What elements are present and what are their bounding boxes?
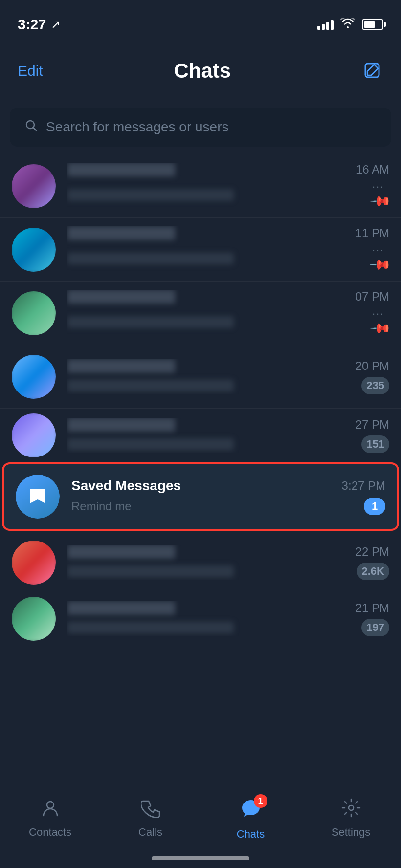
list-item[interactable]: 21 PM 197 [0, 594, 401, 643]
signal-bar-3 [326, 22, 329, 30]
wifi-icon [340, 18, 355, 31]
chat-name [67, 226, 175, 240]
tab-chats-label: Chats [237, 828, 265, 841]
tab-calls-label: Calls [138, 826, 162, 839]
edit-button[interactable]: Edit [18, 63, 43, 79]
search-icon [24, 119, 38, 136]
chat-preview [67, 622, 234, 633]
contacts-icon [41, 798, 60, 822]
list-item[interactable]: 27 PM 151 [0, 409, 401, 462]
avatar [12, 413, 56, 457]
avatar [12, 228, 56, 272]
chat-time: 11 PM [356, 226, 389, 240]
chat-content: 11 PM ··· 📌 [67, 226, 389, 273]
chat-preview [67, 380, 234, 391]
chat-content: 16 AM ··· 📌 [67, 163, 389, 209]
saved-messages-avatar [16, 475, 60, 519]
chat-content: 22 PM 2.6K [67, 545, 389, 580]
page-title: Chats [174, 59, 231, 83]
chat-time: 22 PM [356, 545, 389, 559]
battery-fill [364, 21, 375, 28]
location-icon: ↗ [51, 18, 61, 31]
calls-icon [141, 798, 160, 822]
chat-preview [67, 438, 234, 450]
unread-badge: 2.6K [357, 563, 389, 580]
chat-content: Saved Messages 3:27 PM Remind me 1 [71, 478, 385, 515]
chat-content: 27 PM 151 [67, 418, 389, 453]
chat-preview [67, 253, 234, 264]
chat-content: 07 PM ··· 📌 [67, 290, 389, 336]
chat-name [67, 290, 175, 304]
chat-content: 21 PM 197 [67, 601, 389, 636]
chats-tab-badge: 1 [254, 794, 267, 808]
home-indicator [152, 856, 249, 860]
chat-time: 20 PM [356, 359, 389, 373]
chat-content: 20 PM 235 [67, 359, 389, 394]
tab-settings-label: Settings [332, 826, 371, 839]
svg-point-3 [349, 805, 354, 810]
tab-chats[interactable]: 1 Chats [200, 798, 301, 841]
svg-point-2 [47, 802, 54, 808]
avatar [12, 541, 56, 585]
chat-name [67, 418, 175, 432]
status-time: 3:27 [18, 16, 46, 33]
chat-time: 21 PM [356, 601, 389, 615]
list-item[interactable]: 11 PM ··· 📌 [0, 218, 401, 282]
saved-messages-item[interactable]: Saved Messages 3:27 PM Remind me 1 [2, 462, 399, 531]
list-item[interactable]: 07 PM ··· 📌 [0, 282, 401, 345]
status-icons [317, 18, 383, 31]
signal-bar-2 [322, 24, 325, 30]
avatar [12, 597, 56, 641]
list-item[interactable]: 20 PM 235 [0, 345, 401, 409]
tab-contacts[interactable]: Contacts [0, 798, 100, 839]
chat-preview [67, 189, 234, 201]
avatar [12, 355, 56, 399]
chat-time: 3:27 PM [342, 479, 385, 493]
search-bar[interactable]: Search for messages or users [10, 108, 391, 147]
battery-icon [362, 19, 383, 30]
settings-icon [341, 798, 361, 822]
chat-name: Saved Messages [71, 478, 181, 494]
tab-calls[interactable]: Calls [100, 798, 200, 839]
status-bar: 3:27 ↗ [0, 0, 401, 39]
chat-name [67, 359, 175, 373]
chats-icon: 1 [240, 798, 262, 824]
tab-contacts-label: Contacts [29, 826, 71, 839]
nav-header: Edit Chats [0, 39, 401, 103]
unread-badge: 197 [361, 619, 389, 636]
list-item[interactable]: 22 PM 2.6K [0, 531, 401, 594]
chat-time: 07 PM [356, 290, 389, 304]
unread-badge: 235 [361, 377, 389, 394]
search-placeholder: Search for messages or users [46, 119, 229, 135]
avatar [12, 291, 56, 335]
chat-name [67, 163, 175, 176]
signal-bar-1 [317, 26, 320, 30]
compose-button[interactable] [362, 60, 383, 82]
avatar [12, 164, 56, 208]
list-item[interactable]: 16 AM ··· 📌 [0, 154, 401, 218]
unread-badge: 1 [364, 498, 385, 515]
chat-list: 16 AM ··· 📌 11 PM ··· [0, 154, 401, 643]
chat-name [67, 601, 175, 615]
chat-preview [67, 565, 234, 577]
chat-time: 27 PM [356, 418, 389, 432]
unread-badge: 151 [361, 435, 389, 453]
signal-bars [317, 19, 334, 30]
chat-time: 16 AM [356, 163, 389, 176]
chat-preview [67, 316, 234, 328]
tab-settings[interactable]: Settings [301, 798, 401, 839]
chat-preview: Remind me [71, 499, 132, 513]
chat-name [67, 545, 175, 559]
signal-bar-4 [331, 20, 334, 30]
